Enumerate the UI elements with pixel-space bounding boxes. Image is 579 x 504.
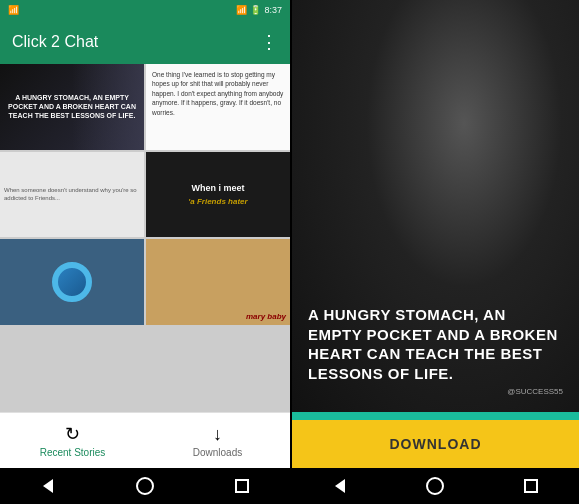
grid-cell-5[interactable]	[0, 239, 144, 325]
download-button[interactable]: DOWNLOAD	[292, 420, 579, 468]
frisbee-icon	[52, 262, 92, 302]
right-back-button[interactable]	[330, 476, 350, 496]
friends-bottom: 'a Friends hater	[188, 197, 247, 206]
app-title: Click 2 Chat	[12, 33, 98, 51]
grid-cell-6[interactable]: mary baby	[146, 239, 290, 325]
main-quote-container: A HUNGRY STOMACH, AN EMPTY POCKET AND A …	[292, 289, 579, 412]
grid-cell-2[interactable]: One thing I've learned is to stop gettin…	[146, 64, 290, 150]
main-quote-text: A HUNGRY STOMACH, AN EMPTY POCKET AND A …	[308, 305, 563, 383]
quote-attribution: @SUCCESS55	[308, 387, 563, 396]
app-bar: Click 2 Chat ⋮	[0, 20, 290, 64]
baby-text: mary baby	[246, 312, 286, 321]
status-left: 📶	[8, 5, 19, 15]
home-bar	[0, 468, 290, 504]
grid-cell-3[interactable]: When someone doesn't understand why you'…	[0, 152, 144, 238]
nav-downloads[interactable]: ↓ Downloads	[145, 413, 290, 468]
recents-button[interactable]	[232, 476, 252, 496]
downloads-label: Downloads	[193, 447, 242, 458]
right-phone: A HUNGRY STOMACH, AN EMPTY POCKET AND A …	[290, 0, 579, 504]
back-icon	[43, 479, 53, 493]
bottom-nav: ↻ Recent Stories ↓ Downloads	[0, 412, 290, 468]
friends-top: When i meet	[191, 183, 244, 193]
time-display: 8:37	[264, 5, 282, 15]
right-recents-icon	[524, 479, 538, 493]
status-icons: 📶 🔋 8:37	[236, 5, 282, 15]
recents-icon	[235, 479, 249, 493]
right-home-bar	[292, 468, 579, 504]
grid-cell-1[interactable]: A HUNGRY STOMACH, AN EMPTY POCKET AND A …	[0, 64, 144, 150]
home-icon	[136, 477, 154, 495]
right-home-icon	[426, 477, 444, 495]
quote-text: One thing I've learned is to stop gettin…	[152, 70, 284, 117]
download-label: DOWNLOAD	[390, 436, 482, 452]
wifi-icon: 📶	[236, 5, 247, 15]
menu-button[interactable]: ⋮	[260, 31, 278, 53]
teal-strip	[292, 412, 579, 420]
recent-icon: ↻	[65, 423, 80, 445]
right-recents-button[interactable]	[521, 476, 541, 496]
battery-icon: 🔋	[250, 5, 261, 15]
right-back-icon	[335, 479, 345, 493]
status-bar: 📶 📶 🔋 8:37	[0, 0, 290, 20]
hungry-text: A HUNGRY STOMACH, AN EMPTY POCKET AND A …	[4, 93, 140, 120]
left-phone: 📶 📶 🔋 8:37 Click 2 Chat ⋮ A HUNGRY STOMA…	[0, 0, 290, 504]
recent-label: Recent Stories	[40, 447, 106, 458]
right-home-button[interactable]	[425, 476, 445, 496]
back-button[interactable]	[38, 476, 58, 496]
home-button[interactable]	[135, 476, 155, 496]
main-image[interactable]: A HUNGRY STOMACH, AN EMPTY POCKET AND A …	[292, 0, 579, 412]
content-grid: A HUNGRY STOMACH, AN EMPTY POCKET AND A …	[0, 64, 290, 412]
grid-cell-4[interactable]: When i meet 'a Friends hater	[146, 152, 290, 238]
download-icon: ↓	[213, 424, 222, 445]
addicted-text: When someone doesn't understand why you'…	[4, 186, 140, 203]
nav-recent-stories[interactable]: ↻ Recent Stories	[0, 413, 145, 468]
